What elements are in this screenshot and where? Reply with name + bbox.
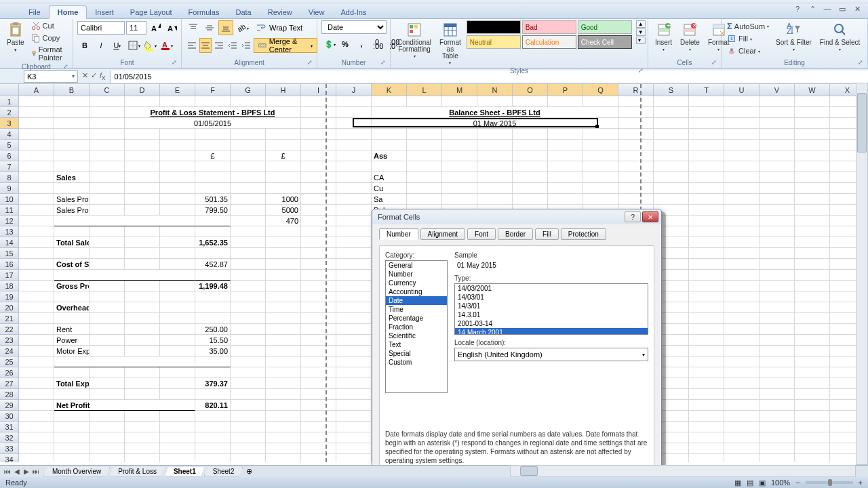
paste-button[interactable]: Paste▾ — [4, 20, 27, 54]
cell-U25[interactable] — [724, 357, 760, 367]
cell-I7[interactable] — [301, 161, 336, 172]
cell-D20[interactable] — [125, 302, 160, 313]
cell-G24[interactable] — [231, 346, 266, 357]
cell-D23[interactable] — [125, 335, 160, 346]
cell-G5[interactable] — [231, 140, 266, 150]
cell-A7[interactable] — [19, 161, 54, 172]
cell-A14[interactable] — [19, 237, 54, 248]
cell-T34[interactable] — [689, 454, 724, 462]
dialog-tab-font[interactable]: Font — [467, 228, 496, 240]
cell-G10[interactable] — [231, 194, 266, 205]
cell-T24[interactable] — [689, 346, 724, 357]
cell-C9[interactable] — [90, 183, 125, 194]
cell-W15[interactable] — [795, 248, 830, 259]
cell-W9[interactable] — [795, 183, 830, 194]
cell-J28[interactable] — [336, 389, 372, 400]
dialog-tab-protection[interactable]: Protection — [561, 228, 606, 240]
cell-D10[interactable] — [125, 194, 160, 205]
cell-E19[interactable] — [160, 291, 195, 302]
cell-W12[interactable] — [795, 216, 830, 226]
cell-A24[interactable] — [19, 346, 54, 357]
cell-B21[interactable] — [54, 313, 90, 324]
cell-A28[interactable] — [19, 389, 54, 400]
vertical-scrollbar[interactable] — [856, 83, 868, 465]
tab-insert[interactable]: Insert — [87, 6, 122, 18]
cell-W31[interactable] — [795, 422, 830, 432]
cell-E8[interactable] — [160, 172, 195, 183]
cell-A3[interactable] — [19, 118, 54, 129]
cell-I13[interactable] — [301, 226, 336, 237]
cell-K9[interactable]: Cu — [372, 183, 407, 194]
cell-T18[interactable] — [689, 281, 724, 291]
cell-V30[interactable] — [760, 411, 795, 422]
cell-T14[interactable] — [689, 237, 724, 248]
align-left-button[interactable] — [186, 38, 198, 53]
cell-C33[interactable] — [90, 443, 125, 454]
cell-U22[interactable] — [724, 324, 760, 335]
cell-A1[interactable] — [19, 96, 54, 107]
cell-K4[interactable] — [372, 129, 407, 140]
cell-Q8[interactable] — [583, 172, 618, 183]
cell-F33[interactable] — [195, 443, 231, 454]
cell-H14[interactable] — [266, 237, 301, 248]
cell-U7[interactable] — [724, 161, 760, 172]
cell-L6[interactable] — [407, 150, 442, 161]
cell-P10[interactable] — [548, 194, 583, 205]
col-header-Q[interactable]: Q — [583, 84, 618, 96]
cell-K5[interactable] — [372, 140, 407, 150]
cell-A9[interactable] — [19, 183, 54, 194]
cell-G34[interactable] — [231, 454, 266, 462]
cell-U29[interactable] — [724, 400, 760, 411]
tab-add-ins[interactable]: Add-Ins — [332, 6, 374, 18]
increase-font-button[interactable]: A▲ — [148, 20, 163, 35]
row-header-33[interactable]: 33 — [0, 443, 19, 454]
cell-U5[interactable] — [724, 140, 760, 150]
cell-P6[interactable] — [548, 150, 583, 161]
cell-D7[interactable] — [125, 161, 160, 172]
enter-formula-icon[interactable]: ✓ — [91, 71, 97, 81]
cell-A32[interactable] — [19, 432, 54, 443]
category-number[interactable]: Number — [386, 270, 447, 279]
cell-A15[interactable] — [19, 248, 54, 259]
row-header-15[interactable]: 15 — [0, 248, 19, 259]
cell-H24[interactable] — [266, 346, 301, 357]
cell-G4[interactable] — [231, 129, 266, 140]
cell-V13[interactable] — [760, 226, 795, 237]
cell-E34[interactable] — [160, 454, 195, 462]
cell-T3[interactable] — [689, 118, 724, 129]
view-layout-button[interactable]: ▤ — [747, 479, 753, 487]
cell-H12[interactable]: 470 — [266, 216, 301, 226]
cell-B14[interactable]: Total Sales — [54, 237, 90, 248]
cell-G20[interactable] — [231, 302, 266, 313]
date-type-option[interactable]: 14/03/2001 — [455, 284, 648, 293]
cell-G8[interactable] — [231, 172, 266, 183]
cell-U6[interactable] — [724, 150, 760, 161]
decrease-indent-button[interactable] — [226, 38, 239, 53]
cell-J33[interactable] — [336, 443, 372, 454]
cell-T7[interactable] — [689, 161, 724, 172]
cell-W7[interactable] — [795, 161, 830, 172]
cell-A2[interactable] — [19, 107, 54, 118]
cell-B13[interactable] — [54, 226, 90, 237]
row-header-19[interactable]: 19 — [0, 291, 19, 302]
cell-F32[interactable] — [195, 432, 231, 443]
col-header-K[interactable]: K — [372, 84, 407, 96]
tab-data[interactable]: Data — [227, 6, 259, 18]
row-header-4[interactable]: 4 — [0, 129, 19, 140]
cell-U18[interactable] — [724, 281, 760, 291]
cell-W11[interactable] — [795, 205, 830, 216]
col-header-D[interactable]: D — [125, 84, 160, 96]
cell-V26[interactable] — [760, 367, 795, 378]
row-header-12[interactable]: 12 — [0, 216, 19, 226]
cell-C19[interactable] — [90, 291, 125, 302]
cell-T20[interactable] — [689, 302, 724, 313]
cell-T13[interactable] — [689, 226, 724, 237]
cell-B12[interactable] — [54, 216, 195, 226]
cell-I4[interactable] — [301, 129, 336, 140]
cell-V21[interactable] — [760, 313, 795, 324]
cell-S4[interactable] — [654, 129, 689, 140]
cell-H8[interactable] — [266, 172, 301, 183]
cell-H28[interactable] — [266, 389, 301, 400]
cell-B20[interactable]: Overheads — [54, 302, 90, 313]
cell-G6[interactable] — [231, 150, 266, 161]
